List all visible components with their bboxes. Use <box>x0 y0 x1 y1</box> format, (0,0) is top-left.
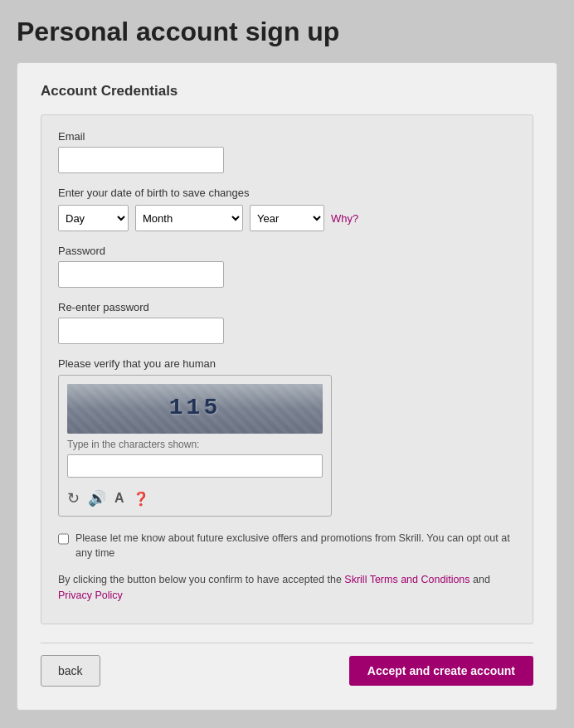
promotions-checkbox-label: Please let me know about future exclusiv… <box>75 531 516 561</box>
password-group: Password <box>58 245 516 288</box>
email-input[interactable] <box>58 147 224 173</box>
inner-form-card: Email Enter your date of birth to save c… <box>41 114 533 624</box>
footer-row: back Accept and create account <box>41 643 533 687</box>
accept-button[interactable]: Accept and create account <box>349 656 533 686</box>
section-title: Account Credentials <box>41 83 533 99</box>
dob-label: Enter your date of birth to save changes <box>58 187 516 199</box>
year-select[interactable]: Year 2006200019951990 1985198019751970 1… <box>250 205 324 231</box>
captcha-input-label: Type in the characters shown: <box>67 439 323 450</box>
month-select[interactable]: Month JanuaryFebruaryMarch AprilMayJune … <box>135 205 243 231</box>
captcha-refresh-icon[interactable]: ↻ <box>67 489 80 507</box>
captcha-font-icon[interactable]: A <box>114 491 124 506</box>
captcha-help-icon[interactable]: ❓ <box>133 491 149 507</box>
back-button[interactable]: back <box>41 655 100 687</box>
dob-row: Day 12345 678910 1112131415 1617181920 2… <box>58 205 516 231</box>
terms-link[interactable]: Skrill Terms and Conditions <box>344 574 469 585</box>
captcha-section-label: Please verify that you are human <box>58 357 516 370</box>
email-group: Email <box>58 130 516 173</box>
dob-group: Enter your date of birth to save changes… <box>58 187 516 231</box>
promotions-checkbox-row: Please let me know about future exclusiv… <box>58 531 516 561</box>
day-select[interactable]: Day 12345 678910 1112131415 1617181920 2… <box>58 205 129 231</box>
captcha-input[interactable] <box>67 454 323 478</box>
privacy-link[interactable]: Privacy Policy <box>58 590 123 601</box>
terms-and: and <box>470 574 490 585</box>
reenter-password-group: Re-enter password <box>58 301 516 344</box>
captcha-box: 115 Type in the characters shown: ↻ 🔊 A … <box>58 375 332 517</box>
password-label: Password <box>58 245 516 257</box>
why-link[interactable]: Why? <box>331 212 358 225</box>
email-label: Email <box>58 130 516 143</box>
captcha-group: Please verify that you are human 115 Typ… <box>58 357 516 517</box>
captcha-icons-row: ↻ 🔊 A ❓ <box>59 484 331 516</box>
reenter-password-label: Re-enter password <box>58 301 516 313</box>
terms-prefix: By clicking the button below you confirm… <box>58 574 344 585</box>
captcha-audio-icon[interactable]: 🔊 <box>88 489 106 507</box>
terms-text: By clicking the button below you confirm… <box>58 572 516 607</box>
main-card: Account Credentials Email Enter your dat… <box>17 62 557 711</box>
password-input[interactable] <box>58 261 224 288</box>
promotions-checkbox[interactable] <box>58 533 69 545</box>
page-title: Personal account sign up <box>17 17 557 47</box>
captcha-number: 115 <box>169 395 221 420</box>
reenter-password-input[interactable] <box>58 318 224 344</box>
captcha-image: 115 <box>67 384 323 434</box>
